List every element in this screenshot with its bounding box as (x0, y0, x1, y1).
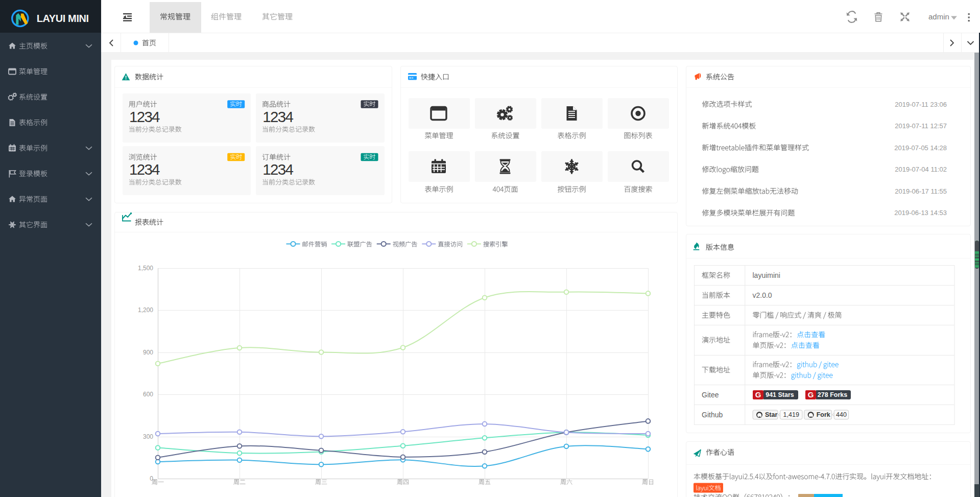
svg-text:440: 440 (836, 411, 847, 418)
svg-text:1,419: 1,419 (783, 411, 799, 418)
svg-text:941 Stars: 941 Stars (766, 391, 794, 398)
svg-text:Gitee: Gitee (702, 391, 719, 399)
svg-text:1,200: 1,200 (138, 306, 153, 314)
svg-text:1234: 1234 (129, 161, 160, 178)
svg-text:1234: 1234 (262, 161, 293, 178)
svg-text:2019-07-05 14:28: 2019-07-05 14:28 (894, 144, 947, 152)
svg-text:2019-06-13 14:53: 2019-06-13 14:53 (894, 209, 947, 217)
svg-text:900: 900 (143, 349, 153, 356)
svg-text:Github: Github (702, 411, 723, 419)
svg-text:layuimini: layuimini (753, 271, 780, 279)
svg-text:Fork: Fork (817, 411, 830, 418)
svg-text:2019-06-17 11:55: 2019-06-17 11:55 (895, 187, 947, 195)
svg-text:admin: admin (928, 12, 949, 21)
svg-text:LAYUI MINI: LAYUI MINI (37, 13, 89, 24)
svg-text:300: 300 (143, 433, 153, 440)
svg-text:1,500: 1,500 (138, 265, 153, 272)
svg-text:278 Forks: 278 Forks (818, 391, 847, 398)
svg-text:G: G (808, 390, 814, 399)
svg-text:2019-07-11 12:57: 2019-07-11 12:57 (895, 122, 947, 130)
svg-text:600: 600 (143, 391, 153, 398)
svg-text:G: G (755, 390, 761, 399)
svg-text:2019-07-11 23:06: 2019-07-11 23:06 (895, 101, 947, 108)
svg-text:1234: 1234 (129, 108, 160, 125)
svg-text:1234: 1234 (262, 108, 293, 125)
svg-text:v2.0.0: v2.0.0 (753, 291, 772, 299)
svg-text:Star: Star (765, 411, 777, 418)
svg-text:2019-07-04 11:02: 2019-07-04 11:02 (895, 165, 947, 173)
